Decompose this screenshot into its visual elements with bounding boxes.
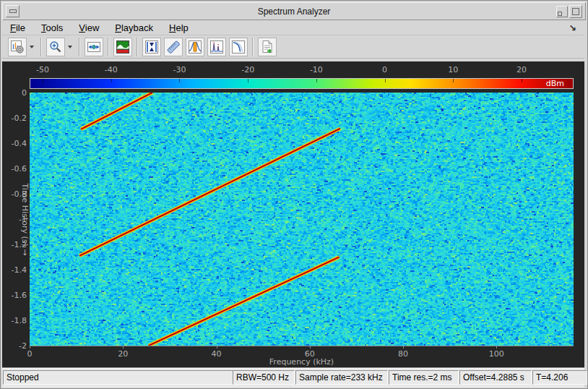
y-tick-label: -0.6: [2, 164, 27, 174]
x-tick-label: 60: [305, 349, 315, 359]
x-tick-mark: [496, 346, 497, 349]
menu-playback[interactable]: Playback: [107, 21, 161, 35]
colorbar-tick-mark: [522, 79, 522, 82]
y-tick-label: -1.4: [2, 265, 27, 275]
spectrogram-toggle-button[interactable]: [113, 38, 132, 56]
y-tick-label: -0.8: [2, 189, 27, 199]
toolbar-separator: [79, 38, 80, 56]
colorbar-tick-label: 0: [382, 65, 387, 74]
colorbar: dBm: [30, 78, 574, 89]
spectrum-settings-button[interactable]: [8, 38, 27, 56]
colorbar-tick-label: -10: [310, 65, 323, 74]
zoom-dropdown[interactable]: [65, 38, 74, 56]
x-tick-label: 100: [489, 349, 504, 359]
colorbar-tick-mark: [248, 79, 248, 82]
ruler-icon: [166, 40, 181, 54]
x-tick-mark: [123, 346, 124, 349]
colorbar-unit-label: dBm: [546, 79, 564, 88]
colorbar-tick-mark: [43, 79, 43, 82]
generate-script-icon: [260, 40, 274, 54]
colorbar-tick-label: -20: [241, 65, 254, 74]
dock-button[interactable]: ↘: [567, 22, 579, 33]
x-tick-label: 80: [398, 349, 408, 359]
system-menu-button[interactable]: [6, 5, 20, 17]
channel-measurements-button[interactable]: [186, 38, 204, 56]
x-tick-label: 0: [27, 349, 33, 359]
cursor-measurements-button[interactable]: [142, 38, 161, 56]
status-bar: Stopped RBW=500 Hz Sample rate=233 kHz T…: [2, 367, 584, 388]
x-tick-mark: [310, 346, 311, 349]
colorbar-tick-mark: [385, 79, 386, 82]
toolbar-separator: [40, 38, 42, 56]
span-x-axis-icon: [87, 40, 101, 54]
zoom-button[interactable]: [46, 38, 65, 56]
menu-bar: File Tools View Playback Help ↘: [2, 20, 584, 35]
y-tick-label: -0.2: [2, 114, 27, 123]
spectrum-analyzer-window: Spectrum Analyzer File Tools View Playba…: [0, 0, 588, 389]
x-tick-mark: [217, 346, 217, 349]
menu-view[interactable]: View: [71, 21, 107, 35]
x-tick-label: 40: [212, 349, 222, 359]
window-title: Spectrum Analyzer: [3, 7, 585, 17]
menu-tools[interactable]: Tools: [33, 21, 71, 35]
spectrogram-icon: [116, 40, 130, 54]
colorbar-tick-label: 20: [516, 65, 527, 74]
cursor-measurements-icon: [144, 40, 159, 54]
status-rbw: RBW=500 Hz: [233, 370, 295, 385]
colorbar-tick-label: -50: [36, 65, 49, 74]
y-tick-label: -0.4: [2, 139, 27, 148]
status-sample-rate: Sample rate=233 kHz: [295, 370, 388, 385]
y-tick-label: -1.8: [2, 316, 27, 325]
status-state: Stopped: [3, 370, 233, 385]
distortion-measurements-icon: [209, 40, 224, 54]
generate-script-button[interactable]: [258, 38, 277, 56]
chevron-down-icon: [30, 46, 34, 48]
toolbar-separator: [137, 38, 138, 56]
x-tick-mark: [403, 346, 404, 349]
viz-panel: dBm Time History (s) → Frequency (kHz) -…: [2, 61, 584, 367]
menu-help[interactable]: Help: [161, 21, 196, 35]
minimize-icon: [558, 12, 562, 16]
plot-area: [30, 93, 574, 346]
system-menu-icon: [9, 9, 17, 13]
y-tick-label: -2: [2, 341, 27, 351]
colorbar-tick-mark: [179, 79, 180, 82]
distortion-measurements-button[interactable]: [207, 38, 226, 56]
menu-file[interactable]: File: [2, 21, 33, 35]
ruler-measure-button[interactable]: [164, 38, 183, 56]
toolbar-separator: [108, 38, 109, 56]
dock-icon: ↘: [569, 22, 576, 33]
toolbar-separator: [252, 38, 254, 56]
toolbar: [2, 35, 584, 59]
channel-measurements-icon: [188, 40, 202, 54]
maximize-button[interactable]: [569, 5, 582, 18]
y-tick-label: -1: [2, 215, 27, 224]
y-tick-label: -1.6: [2, 291, 27, 300]
maximize-icon: [572, 8, 579, 15]
spectrum-settings-dropdown[interactable]: [27, 38, 36, 56]
ccdf-icon: [231, 40, 246, 54]
status-time-res: Time res.=2 ms: [389, 370, 459, 385]
colorbar-tick-label: -30: [173, 65, 186, 74]
colorbar-tick-label: 10: [448, 65, 458, 74]
x-tick-label: 20: [118, 349, 128, 359]
status-time: T=4.206: [532, 370, 587, 385]
colorbar-tick-label: -40: [105, 65, 118, 74]
colorbar-tick-mark: [111, 79, 112, 82]
y-tick-label: -1.2: [2, 240, 27, 249]
span-x-axis-button[interactable]: [85, 38, 103, 56]
colorbar-tick-mark: [453, 79, 454, 82]
x-tick-mark: [30, 346, 30, 349]
minimize-button[interactable]: [556, 6, 568, 17]
status-offset: Offset=4.2885 s: [459, 370, 532, 385]
spectrogram-canvas: [30, 93, 574, 346]
y-tick-label: 0: [2, 88, 27, 98]
colorbar-tick-mark: [316, 79, 317, 82]
zoom-in-icon: [48, 40, 63, 54]
spectrum-settings-icon: [10, 40, 25, 54]
chevron-down-icon: [68, 46, 72, 48]
title-bar: Spectrum Analyzer: [2, 2, 586, 20]
ccdf-measurements-button[interactable]: [229, 38, 248, 56]
